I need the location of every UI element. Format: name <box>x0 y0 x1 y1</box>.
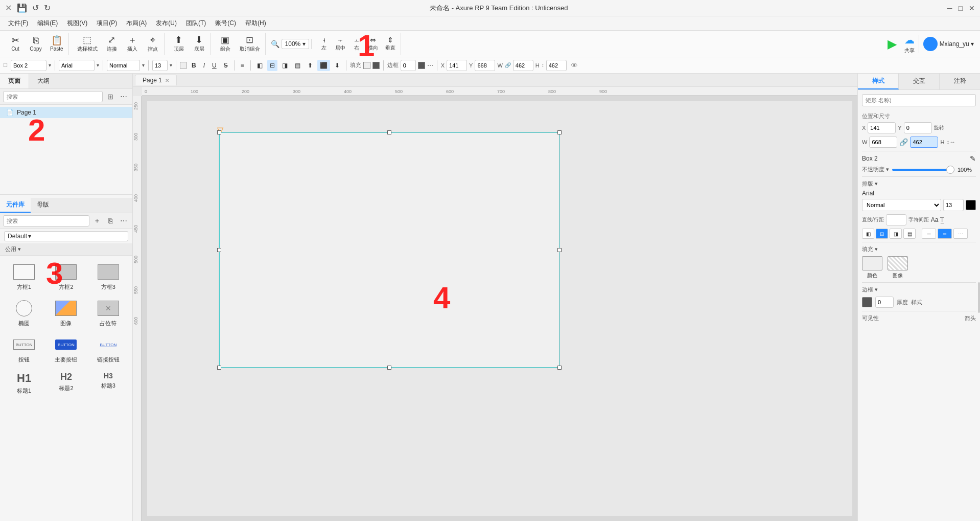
page-item[interactable]: 📄 Page 1 <box>0 107 132 118</box>
cut-button[interactable]: ✂ Cut <box>6 33 25 55</box>
font-size-dropdown[interactable]: ▾ <box>170 62 172 68</box>
text-left-align-btn[interactable]: ◧ <box>862 229 874 239</box>
y-input[interactable] <box>475 60 495 71</box>
menu-account[interactable]: 账号(C) <box>211 18 240 29</box>
fill-color-item[interactable]: 颜色 <box>862 256 882 279</box>
opacity-slider[interactable] <box>892 169 954 171</box>
text-valign-top-btn[interactable]: ⬆ <box>305 60 315 71</box>
distribute-v-button[interactable]: ⇕ 垂直 <box>382 33 399 55</box>
handle-bottom-right[interactable] <box>557 366 562 370</box>
comp-item-h3[interactable]: H3 标题3 <box>89 370 127 397</box>
handle-bottom-middle[interactable] <box>387 366 391 370</box>
add-page-icon[interactable]: ⊞ <box>105 91 116 102</box>
preview-button[interactable]: ▶ <box>882 34 902 54</box>
master-tab[interactable]: 母版 <box>31 198 55 213</box>
close-button[interactable]: ✕ <box>969 4 975 12</box>
canvas-tab-page1[interactable]: Page 1 ✕ <box>135 75 177 85</box>
right-y-input[interactable] <box>904 122 932 133</box>
handle-top-middle[interactable] <box>387 130 391 134</box>
bold-button[interactable]: B <box>189 60 199 71</box>
share-button[interactable]: ☁ 共享 <box>904 34 915 54</box>
text-aa-icon[interactable]: Aa <box>931 216 939 223</box>
x-input[interactable] <box>447 60 467 71</box>
handle-middle-right[interactable] <box>557 248 562 252</box>
canvas-scroll-area[interactable]: ▽ 4 <box>142 96 857 521</box>
font-dropdown-icon[interactable]: ▾ <box>97 62 99 68</box>
font-size-input[interactable] <box>152 60 168 71</box>
comp-item-box2[interactable]: 方框2 <box>47 261 85 293</box>
menu-file[interactable]: 文件(F) <box>4 18 32 29</box>
text-align-right-btn[interactable]: ◨ <box>279 60 290 71</box>
text-center-align-btn[interactable]: ⊟ <box>876 229 888 239</box>
save-icon[interactable]: 💾 <box>17 3 27 13</box>
list-button[interactable]: ≡ <box>238 60 247 71</box>
align-right-button[interactable]: ⫠ 右 <box>349 33 364 55</box>
handle-top-left[interactable] <box>217 130 221 134</box>
top-layer-button[interactable]: ⬆ 顶层 <box>170 33 188 55</box>
fill-color-box[interactable] <box>363 62 370 69</box>
widget-name-edit-icon[interactable]: ✎ <box>970 154 976 163</box>
connect-button[interactable]: ⤢ 连接 <box>103 33 121 55</box>
font-style-select[interactable]: Normal <box>862 199 941 211</box>
close-tab-icon[interactable]: ✕ <box>165 78 169 83</box>
border-color-swatch[interactable] <box>862 297 872 307</box>
text-valign-mid-btn[interactable]: ⬛ <box>317 60 330 71</box>
menu-layout[interactable]: 布局(A) <box>122 18 151 29</box>
fill-color-preview[interactable] <box>862 256 882 270</box>
comp-library-dropdown[interactable]: Default ▾ <box>4 231 128 241</box>
underline-button[interactable]: U <box>209 60 219 71</box>
font-size-right[interactable] <box>943 199 964 211</box>
minimize-button[interactable]: ─ <box>947 4 952 12</box>
link-proportional-icon[interactable]: 🔗 <box>899 138 908 146</box>
page-options-icon[interactable]: ⋯ <box>118 91 129 102</box>
comp-item-ellipse[interactable]: 椭圆 <box>5 297 43 329</box>
text-align-left-btn[interactable]: ◧ <box>254 60 265 71</box>
zoom-input[interactable]: 100% ▾ <box>282 39 310 49</box>
text-align-center-btn[interactable]: ⊟ <box>267 60 277 71</box>
italic-button[interactable]: I <box>201 60 207 71</box>
border-thickness-input[interactable] <box>875 297 894 308</box>
undo-icon[interactable]: ↺ <box>32 3 39 13</box>
menu-team[interactable]: 团队(T) <box>182 18 210 29</box>
text-justify-btn[interactable]: ▤ <box>903 229 916 239</box>
comp-item-box3[interactable]: 方框3 <box>89 261 127 293</box>
right-x-input[interactable] <box>868 122 896 133</box>
comp-item-link-button[interactable]: BUTTON 链接按钮 <box>89 333 127 366</box>
handle-bottom-left[interactable] <box>217 366 221 370</box>
control-button[interactable]: ⌖ 控点 <box>144 33 162 55</box>
outline-tab[interactable]: 大纲 <box>29 74 58 88</box>
w-input[interactable] <box>513 60 533 71</box>
h-input[interactable] <box>546 60 567 71</box>
line-style-selected[interactable]: ━ <box>938 229 952 239</box>
menu-edit[interactable]: 编辑(E) <box>33 18 62 29</box>
widget-name-input[interactable] <box>11 60 46 71</box>
handle-top-right[interactable] <box>557 130 562 134</box>
comp-item-button[interactable]: BUTTON 按钮 <box>5 333 43 366</box>
user-menu[interactable]: Mxiang_yu ▾ <box>923 37 974 51</box>
visibility-toggle[interactable]: 👁 <box>571 61 578 70</box>
fill-color2-box[interactable] <box>372 62 380 69</box>
copy-button[interactable]: ⎘ Copy <box>27 33 45 55</box>
group-button[interactable]: ▣ 组合 <box>216 33 235 55</box>
text-valign-bot-btn[interactable]: ⬇ <box>332 60 342 71</box>
menu-help[interactable]: 帮助(H) <box>241 18 270 29</box>
align-center-button[interactable]: ⫟ 居中 <box>332 33 348 55</box>
right-h-input[interactable] <box>910 137 938 148</box>
strikethrough-button[interactable]: S̶ <box>221 60 230 71</box>
redo-icon[interactable]: ↻ <box>44 3 51 13</box>
fill-color-swatch[interactable] <box>180 62 187 69</box>
maximize-button[interactable]: □ <box>959 4 963 12</box>
pages-search-input[interactable] <box>3 91 103 102</box>
border-style-icon[interactable]: ⋯ <box>427 62 433 69</box>
distribute-h-button[interactable]: ⇔ 横向 <box>365 33 381 55</box>
comp-item-primary-button[interactable]: BUTTON 主要按钮 <box>47 333 85 366</box>
menu-project[interactable]: 项目(P) <box>92 18 121 29</box>
font-style-dropdown[interactable]: ▾ <box>142 62 145 68</box>
handle-middle-left[interactable] <box>217 248 221 252</box>
comp-item-box1[interactable]: 方框1 <box>5 261 43 293</box>
interact-tab[interactable]: 交互 <box>899 74 940 89</box>
fill-image-item[interactable]: 图像 <box>888 256 908 279</box>
widget-name-dropdown[interactable]: ▾ <box>49 62 51 68</box>
comp-item-image[interactable]: 图像 <box>47 297 85 329</box>
font-name-input[interactable] <box>59 60 95 71</box>
